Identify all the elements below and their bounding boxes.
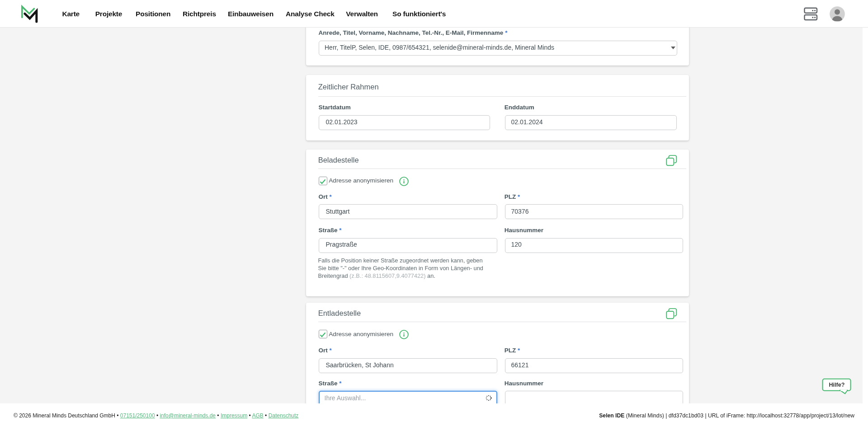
svg-text:Hilfe?: Hilfe? [829,382,845,388]
